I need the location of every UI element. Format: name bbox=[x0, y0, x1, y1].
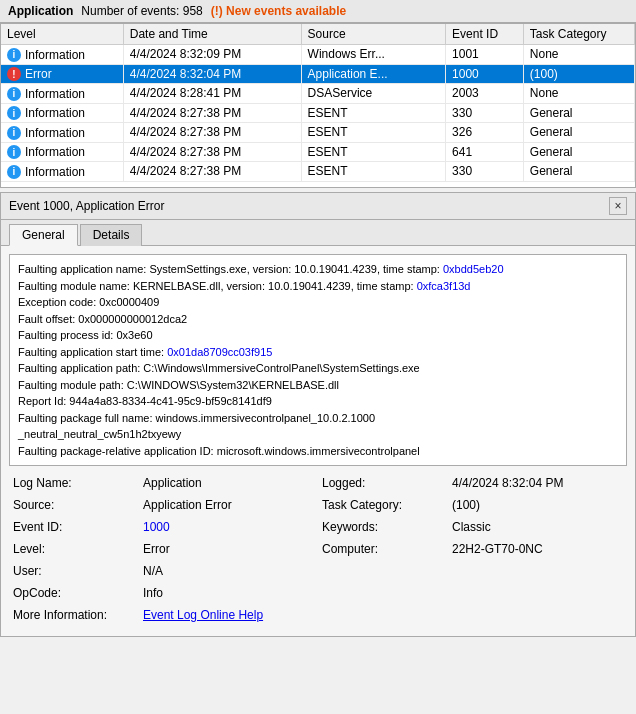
computer-label: Computer: bbox=[318, 540, 448, 558]
close-button[interactable]: × bbox=[609, 197, 627, 215]
col-source[interactable]: Source bbox=[301, 24, 445, 45]
info-icon: i bbox=[7, 145, 21, 159]
table-row[interactable]: i Information4/4/2024 8:32:09 PMWindows … bbox=[1, 45, 635, 65]
table-header-row: Level Date and Time Source Event ID Task… bbox=[1, 24, 635, 45]
cell-source: ESENT bbox=[301, 142, 445, 162]
level-text: Information bbox=[25, 126, 85, 140]
cell-datetime: 4/4/2024 8:32:09 PM bbox=[123, 45, 301, 65]
title-bar: Application Number of events: 958 (!) Ne… bbox=[0, 0, 636, 23]
cell-level: i Information bbox=[1, 162, 123, 182]
cell-taskcategory: None bbox=[523, 45, 634, 65]
col-datetime[interactable]: Date and Time bbox=[123, 24, 301, 45]
opcode-value: Info bbox=[139, 584, 318, 602]
source-label: Source: bbox=[9, 496, 139, 514]
cell-source: ESENT bbox=[301, 123, 445, 143]
cell-eventid: 330 bbox=[446, 103, 524, 123]
log-name-value: Application bbox=[139, 474, 318, 492]
cell-source: Application E... bbox=[301, 64, 445, 84]
log-name-label: Log Name: bbox=[9, 474, 139, 492]
cell-eventid: 2003 bbox=[446, 84, 524, 104]
cell-datetime: 4/4/2024 8:28:41 PM bbox=[123, 84, 301, 104]
cell-source: ESENT bbox=[301, 103, 445, 123]
level-text: Information bbox=[25, 165, 85, 179]
level-label: Level: bbox=[9, 540, 139, 558]
task-category-label: Task Category: bbox=[318, 496, 448, 514]
level-text: Information bbox=[25, 145, 85, 159]
error-icon: ! bbox=[7, 67, 21, 81]
logged-value: 4/4/2024 8:32:04 PM bbox=[448, 474, 627, 492]
info-icon: i bbox=[7, 87, 21, 101]
source-value: Application Error bbox=[139, 496, 318, 514]
cell-taskcategory: General bbox=[523, 162, 634, 182]
cell-datetime: 4/4/2024 8:27:38 PM bbox=[123, 162, 301, 182]
new-events-alert: (!) New events available bbox=[211, 4, 346, 18]
event-panel-title: Event 1000, Application Error bbox=[9, 199, 164, 213]
cell-eventid: 326 bbox=[446, 123, 524, 143]
cell-eventid: 330 bbox=[446, 162, 524, 182]
level-text: Error bbox=[25, 67, 52, 81]
more-info-link[interactable]: Event Log Online Help bbox=[139, 606, 318, 624]
computer-value: 22H2-GT70-0NC bbox=[448, 540, 627, 558]
cell-taskcategory: None bbox=[523, 84, 634, 104]
cell-datetime: 4/4/2024 8:32:04 PM bbox=[123, 64, 301, 84]
highlight-text: 0xfca3f13d bbox=[417, 280, 471, 292]
cell-source: Windows Err... bbox=[301, 45, 445, 65]
level-value: Error bbox=[139, 540, 318, 558]
tab-bar: General Details bbox=[1, 220, 635, 246]
app-name: Application bbox=[8, 4, 73, 18]
table-row[interactable]: i Information4/4/2024 8:27:38 PMESENT326… bbox=[1, 123, 635, 143]
event-table-container[interactable]: Level Date and Time Source Event ID Task… bbox=[0, 23, 636, 188]
cell-level: i Information bbox=[1, 142, 123, 162]
cell-source: ESENT bbox=[301, 162, 445, 182]
cell-taskcategory: (100) bbox=[523, 64, 634, 84]
table-row[interactable]: ! Error4/4/2024 8:32:04 PMApplication E.… bbox=[1, 64, 635, 84]
cell-datetime: 4/4/2024 8:27:38 PM bbox=[123, 123, 301, 143]
cell-eventid: 1001 bbox=[446, 45, 524, 65]
table-row[interactable]: i Information4/4/2024 8:28:41 PMDSAServi… bbox=[1, 84, 635, 104]
cell-datetime: 4/4/2024 8:27:38 PM bbox=[123, 142, 301, 162]
cell-taskcategory: General bbox=[523, 103, 634, 123]
event-detail-textbox[interactable]: Faulting application name: SystemSetting… bbox=[9, 254, 627, 466]
table-row[interactable]: i Information4/4/2024 8:27:38 PMESENT330… bbox=[1, 103, 635, 123]
info-icon: i bbox=[7, 165, 21, 179]
cell-source: DSAService bbox=[301, 84, 445, 104]
keywords-label: Keywords: bbox=[318, 518, 448, 536]
level-text: Information bbox=[25, 87, 85, 101]
cell-taskcategory: General bbox=[523, 123, 634, 143]
info-icon: i bbox=[7, 126, 21, 140]
event-count: Number of events: 958 bbox=[81, 4, 202, 18]
cell-datetime: 4/4/2024 8:27:38 PM bbox=[123, 103, 301, 123]
keywords-value: Classic bbox=[448, 518, 627, 536]
tab-general[interactable]: General bbox=[9, 224, 78, 246]
more-info-label: More Information: bbox=[9, 606, 139, 624]
event-id-label: Event ID: bbox=[9, 518, 139, 536]
task-category-value: (100) bbox=[448, 496, 627, 514]
event-detail-panel: Event 1000, Application Error × General … bbox=[0, 192, 636, 637]
user-label: User: bbox=[9, 562, 139, 580]
highlight-text: 0xbdd5eb20 bbox=[443, 263, 504, 275]
detail-content: Faulting application name: SystemSetting… bbox=[1, 246, 635, 636]
user-value: N/A bbox=[139, 562, 318, 580]
cell-level: ! Error bbox=[1, 64, 123, 84]
opcode-label: OpCode: bbox=[9, 584, 139, 602]
cell-level: i Information bbox=[1, 45, 123, 65]
event-table: Level Date and Time Source Event ID Task… bbox=[1, 24, 635, 182]
info-icon: i bbox=[7, 106, 21, 120]
tab-details[interactable]: Details bbox=[80, 224, 143, 246]
table-row[interactable]: i Information4/4/2024 8:27:38 PMESENT641… bbox=[1, 142, 635, 162]
col-level[interactable]: Level bbox=[1, 24, 123, 45]
info-icon: i bbox=[7, 48, 21, 62]
col-taskcategory[interactable]: Task Category bbox=[523, 24, 634, 45]
logged-label: Logged: bbox=[318, 474, 448, 492]
event-id-value: 1000 bbox=[139, 518, 318, 536]
highlight-text: 0x01da8709cc03f915 bbox=[167, 346, 272, 358]
level-text: Information bbox=[25, 106, 85, 120]
table-row[interactable]: i Information4/4/2024 8:27:38 PMESENT330… bbox=[1, 162, 635, 182]
col-eventid[interactable]: Event ID bbox=[446, 24, 524, 45]
cell-eventid: 1000 bbox=[446, 64, 524, 84]
event-panel-header: Event 1000, Application Error × bbox=[1, 193, 635, 220]
cell-level: i Information bbox=[1, 103, 123, 123]
cell-taskcategory: General bbox=[523, 142, 634, 162]
cell-eventid: 641 bbox=[446, 142, 524, 162]
cell-level: i Information bbox=[1, 123, 123, 143]
